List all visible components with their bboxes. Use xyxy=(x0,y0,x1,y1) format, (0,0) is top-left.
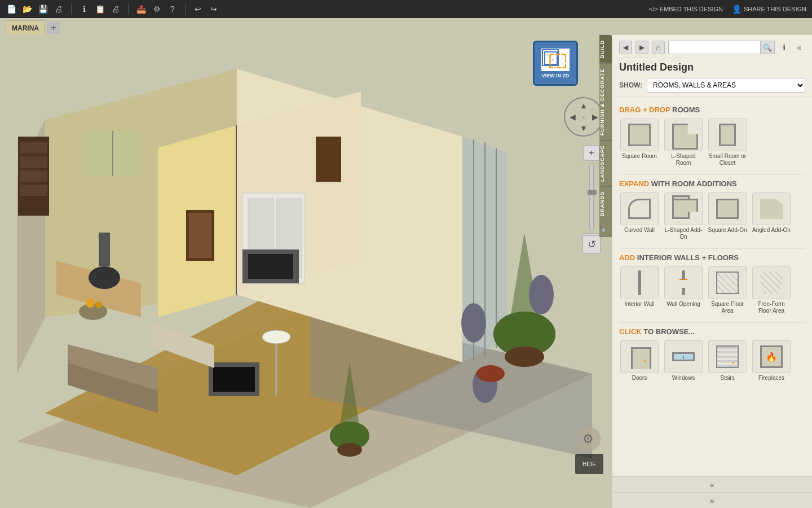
panel-collapse-btn[interactable]: « xyxy=(793,41,805,54)
sq-addon-icon xyxy=(708,192,747,225)
help-icon[interactable]: ? xyxy=(167,3,178,15)
item-stairs[interactable]: Stairs xyxy=(707,340,748,382)
info-btn[interactable]: ℹ xyxy=(778,41,790,54)
print-icon[interactable]: 🖨 xyxy=(110,3,121,15)
sep2 xyxy=(128,3,129,15)
panel-collapse-up-btn[interactable]: « xyxy=(612,476,812,492)
small-room-icon xyxy=(708,119,747,151)
view-in-2d-button[interactable]: VIEW IN 2D xyxy=(533,41,578,86)
show-row: SHOW: ROOMS, WALLS & AREAS xyxy=(612,75,812,97)
redo-icon[interactable]: ↪ xyxy=(208,3,219,15)
reset-rotation-btn[interactable]: ↺ xyxy=(582,235,601,253)
tab-marina[interactable]: MARINA xyxy=(6,20,45,35)
item-sq-addon[interactable]: Square Add-On xyxy=(707,192,748,240)
window-shape xyxy=(672,352,695,361)
svg-rect-12 xyxy=(189,213,211,258)
interior-grid: Interior Wall Wall Opening Square Floor … xyxy=(619,266,805,314)
sep1 xyxy=(71,3,72,15)
item-small-room[interactable]: Small Room or Closet xyxy=(707,119,748,167)
svg-point-53 xyxy=(95,301,102,308)
doors-label: Doors xyxy=(632,375,647,382)
curved-wall-label: Curved Wall xyxy=(624,227,655,234)
item-windows[interactable]: Windows xyxy=(663,340,704,382)
compass-up[interactable]: ▲ xyxy=(578,100,589,111)
angled-addon-shape xyxy=(760,199,783,219)
export-icon[interactable]: 📤 xyxy=(135,3,147,15)
zoom-slider[interactable] xyxy=(589,163,594,231)
expand-grid: Curved Wall L-Shaped Add-On Square Add-O… xyxy=(619,192,805,240)
l-addon-icon xyxy=(664,192,703,225)
panel-collapse-down-btn[interactable]: » xyxy=(612,492,812,508)
compass-down[interactable]: ▼ xyxy=(578,122,589,134)
item-curved-wall[interactable]: Curved Wall xyxy=(619,192,660,240)
sq-floor-shape xyxy=(716,271,739,294)
save-as-icon[interactable]: 🖨 xyxy=(53,3,64,15)
tab-brands[interactable]: BRANDS xyxy=(599,186,612,221)
svg-rect-23 xyxy=(248,254,293,279)
item-freeform-floor[interactable]: Free-Form Floor Area xyxy=(751,266,792,314)
search-input[interactable] xyxy=(668,41,760,54)
nav-home-btn[interactable]: ⌂ xyxy=(652,41,665,54)
svg-rect-28 xyxy=(20,185,47,196)
sq-addon-shape xyxy=(716,199,739,219)
nav-back-btn[interactable]: ◀ xyxy=(619,41,632,54)
tab-build[interactable]: BUILD xyxy=(599,35,612,63)
svg-line-56 xyxy=(547,54,558,65)
item-wall-opening[interactable]: Wall Opening xyxy=(663,266,704,314)
divider3 xyxy=(619,322,805,323)
door-shape xyxy=(628,344,651,369)
tab-add-btn[interactable]: + xyxy=(47,21,60,34)
toolbar-right: </> EMBED THIS DESIGN 👤 SHARE THIS DESIG… xyxy=(649,5,806,14)
item-lshaped-room[interactable]: L-Shaped Room xyxy=(663,119,704,167)
svg-point-47 xyxy=(461,303,486,343)
freeform-floor-shape xyxy=(759,271,784,294)
compass-arrows: ▲ ◀ ● ▶ ▼ xyxy=(567,100,601,134)
sq-floor-label: Square Floor Area xyxy=(707,301,748,314)
item-angled-addon[interactable]: Angled Add-On xyxy=(751,192,792,240)
share-btn[interactable]: 👤 SHARE THIS DESIGN xyxy=(732,5,806,14)
browse-grid: Doors Windows Stairs xyxy=(619,340,805,382)
item-fireplaces[interactable]: Fireplaces xyxy=(751,340,792,382)
show-label: SHOW: xyxy=(619,81,642,89)
item-doors[interactable]: Doors xyxy=(619,340,660,382)
embed-btn[interactable]: </> EMBED THIS DESIGN xyxy=(649,6,723,12)
save-icon[interactable]: 💾 xyxy=(37,3,48,15)
tab-furnish-decorate[interactable]: FURNISH & DECORATE xyxy=(599,63,612,140)
zoom-in-btn[interactable]: + xyxy=(584,145,599,161)
item-l-addon[interactable]: L-Shaped Add-On xyxy=(663,192,704,240)
show-select[interactable]: ROOMS, WALLS & AREAS xyxy=(647,78,805,93)
settings-overlay-btn[interactable]: ⚙ xyxy=(576,427,601,452)
undo-icon[interactable]: ↩ xyxy=(192,3,204,15)
compass-right[interactable]: ▶ xyxy=(589,111,601,122)
item-square-room[interactable]: Square Room xyxy=(619,119,660,167)
svg-rect-26 xyxy=(20,156,47,168)
drag-rooms-grid: Square Room L-Shaped Room Small Room or … xyxy=(619,119,805,167)
wall-opening-icon xyxy=(664,266,703,299)
divider1 xyxy=(619,174,805,175)
svg-rect-35 xyxy=(213,367,255,392)
search-bar: 🔍 xyxy=(668,41,775,54)
compass-left[interactable]: ◀ xyxy=(567,111,578,122)
interior-wall-icon xyxy=(620,266,659,299)
svg-rect-18 xyxy=(316,137,341,182)
settings-icon[interactable]: ⚙ xyxy=(151,3,162,15)
canvas-area[interactable]: VIEW IN 2D ▲ ◀ ● ▶ ▼ + xyxy=(0,35,612,508)
item-sq-floor[interactable]: Square Floor Area xyxy=(707,266,748,314)
tab-search[interactable]: 🔍 xyxy=(599,221,612,237)
lshaped-room-icon xyxy=(664,119,703,151)
compass-center[interactable]: ● xyxy=(578,111,589,122)
list-icon[interactable]: 📋 xyxy=(94,3,105,15)
new-file-icon[interactable]: 📄 xyxy=(6,3,17,15)
nav-forward-btn[interactable]: ▶ xyxy=(636,41,648,54)
tab-landscape[interactable]: LANDSCAPE xyxy=(599,140,612,186)
search-submit-btn[interactable]: 🔍 xyxy=(760,41,775,54)
hide-btn[interactable]: HIDE xyxy=(575,454,603,474)
zoom-control: + − xyxy=(582,145,601,249)
zoom-handle xyxy=(588,190,597,195)
curved-wall-shape xyxy=(628,199,651,219)
info-icon[interactable]: ℹ xyxy=(78,3,90,15)
fireplace-shape xyxy=(760,345,783,368)
open-file-icon[interactable]: 📂 xyxy=(21,3,33,15)
svg-rect-31 xyxy=(99,233,110,266)
item-interior-wall[interactable]: Interior Wall xyxy=(619,266,660,314)
